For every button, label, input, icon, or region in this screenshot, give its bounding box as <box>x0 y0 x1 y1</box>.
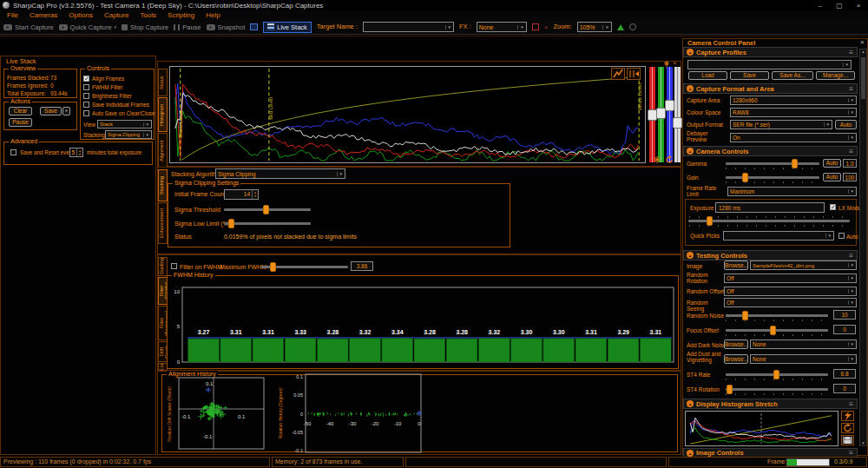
initial-frame-count-spinner[interactable]: 14 ▴▾ <box>224 189 259 200</box>
minimize-button[interactable]: – <box>811 2 830 10</box>
red-level-slider[interactable] <box>649 67 655 162</box>
save-reset-minutes-spinner[interactable]: 5 ▴▾ <box>69 148 83 157</box>
manage-profiles-button[interactable]: Manage... <box>816 71 855 80</box>
stretch-apply-icon[interactable] <box>841 411 854 421</box>
panel-scrollbar[interactable]: ▲ ▼ <box>859 49 867 446</box>
exposure-value[interactable]: 1280 ms <box>715 202 825 213</box>
stretch-reset-icon[interactable] <box>841 423 854 433</box>
tab-status[interactable]: Status <box>158 69 168 96</box>
capture-profiles-combo[interactable]: ▼ <box>687 60 852 69</box>
maximum-fwhm-slider[interactable] <box>261 266 348 268</box>
section-display-stretch[interactable]: ▴ Display Histogram Stretch ≡ <box>683 399 858 409</box>
menu-scripting[interactable]: Scripting <box>168 11 194 19</box>
quick-picks-combo[interactable]: ▼ <box>723 231 834 241</box>
maximize-button[interactable]: ▢ <box>830 2 849 10</box>
sigma-low-limit-slider[interactable] <box>224 222 311 225</box>
brightness-filter-checkbox[interactable] <box>83 93 89 99</box>
sigma-threshold-slider[interactable] <box>224 208 311 211</box>
stacking-algorithm-combo[interactable]: Sigma Clipping▼ <box>215 168 345 179</box>
focus-offset-slider[interactable] <box>726 329 828 332</box>
snapshot-button[interactable]: Snapshot <box>207 23 246 31</box>
menu-icon[interactable]: ≡ <box>849 252 853 260</box>
close-panel-icon[interactable]: × <box>860 38 865 46</box>
stretch-save-icon[interactable] <box>841 435 854 445</box>
tab-enhancement[interactable]: Enhancement <box>158 202 168 244</box>
save-profile-button[interactable]: Save <box>730 71 769 80</box>
debayer-preview-combo[interactable]: On▼ <box>730 133 857 142</box>
histogram-stretch-icon[interactable] <box>611 68 625 80</box>
scroll-up-icon[interactable]: ▲ <box>860 49 866 54</box>
close-button[interactable]: × <box>849 2 868 10</box>
blue-level-handle[interactable] <box>665 100 674 111</box>
zoom-combo[interactable]: 105%▼ <box>577 22 612 32</box>
tab-guiding[interactable]: Guiding <box>158 257 168 276</box>
tab-stacking[interactable]: Stacking <box>158 169 168 201</box>
random-rotation-combo[interactable]: Off▼ <box>724 274 857 283</box>
scroll-down-icon[interactable]: ▼ <box>860 441 866 445</box>
save-dropdown-button[interactable]: ▾ <box>62 107 70 115</box>
menu-cameras[interactable]: Cameras <box>30 11 57 19</box>
random-noise-slider[interactable] <box>726 314 828 317</box>
fwhm-filter-checkbox[interactable] <box>83 84 89 90</box>
target-name-combo[interactable]: ▼ <box>363 22 454 32</box>
view-combo[interactable]: Stack▼ <box>97 120 152 129</box>
start-capture-button[interactable]: Start Capture <box>3 23 54 31</box>
section-capture-profiles[interactable]: ▴ Capture Profiles ≡ <box>683 47 858 57</box>
timer-icon[interactable] <box>629 23 636 30</box>
tab-alignment[interactable]: Alignment <box>158 133 168 169</box>
clear-selection-icon[interactable]: × <box>544 23 549 31</box>
white-level-slider-bar[interactable] <box>674 67 681 162</box>
menu-file[interactable]: File <box>7 11 18 19</box>
save-button[interactable]: Save <box>40 107 62 115</box>
section-camera-controls[interactable]: ▴ Camera Controls ≡ <box>683 146 858 156</box>
frame-rate-limit-combo[interactable]: Maximum▼ <box>727 187 857 196</box>
section-capture-format[interactable]: ▴ Capture Format and Area ≡ <box>683 83 858 94</box>
menu-tools[interactable]: Tools <box>140 11 156 19</box>
tab-histogram[interactable]: Histogram <box>158 97 168 132</box>
quick-capture-button[interactable]: Quick Capture ▾ <box>59 23 116 31</box>
menu-capture[interactable]: Capture <box>104 11 128 19</box>
preview-toggle-button[interactable] <box>250 23 258 30</box>
section-testing-controls[interactable]: ▴ Testing Controls ≡ <box>683 250 858 260</box>
pause-button[interactable]: Pause <box>174 23 201 31</box>
gain-auto-button[interactable]: Auto <box>823 173 841 181</box>
image-browse-button[interactable]: Browse... <box>724 260 748 270</box>
output-format-combo[interactable]: SER file (*.ser)▼ <box>730 120 832 129</box>
selection-area-icon[interactable] <box>532 23 539 30</box>
scrollbar-thumb[interactable] <box>861 57 865 99</box>
menu-icon[interactable]: ≡ <box>849 449 853 457</box>
align-frames-checkbox[interactable]: ✓ <box>83 76 89 82</box>
st4-rate-slider[interactable] <box>726 373 828 376</box>
clear-button[interactable]: Clear <box>9 107 32 115</box>
image-combo[interactable]: SampleFiles\m42_dim.png▼ <box>750 260 857 270</box>
gain-slider[interactable] <box>726 176 819 179</box>
live-stack-button[interactable]: Live Stack <box>263 22 312 33</box>
menu-icon[interactable]: ≡ <box>849 85 853 93</box>
close-histogram-icon[interactable]: × <box>673 59 677 67</box>
menu-icon[interactable]: ≡ <box>849 148 853 155</box>
green-level-slider[interactable] <box>658 67 664 162</box>
menu-icon[interactable]: ≡ <box>849 49 853 56</box>
colour-space-combo[interactable]: RAW8▼ <box>730 108 857 117</box>
stacking-combo[interactable]: Sigma Clipping▼ <box>105 130 152 139</box>
quick-picks-auto-checkbox[interactable] <box>838 233 845 239</box>
gamma-slider[interactable] <box>726 162 819 165</box>
dark-noise-combo[interactable]: None▼ <box>750 339 857 349</box>
stop-capture-button[interactable]: Stop Capture <box>122 23 168 31</box>
gamma-auto-button[interactable]: Auto <box>823 159 841 168</box>
dust-browse-button[interactable]: Browse... <box>724 354 748 364</box>
save-reset-checkbox[interactable] <box>10 149 16 155</box>
auto-save-checkbox[interactable] <box>83 110 89 116</box>
load-profile-button[interactable]: Load <box>688 71 727 80</box>
blue-level-slider[interactable] <box>667 67 673 162</box>
save-as-profile-button[interactable]: Save As... <box>772 71 813 80</box>
fx-combo[interactable]: None▼ <box>477 22 527 32</box>
lx-mode-checkbox[interactable]: ✓ <box>830 204 836 210</box>
st4-rotation-slider[interactable] <box>726 388 828 391</box>
menu-icon[interactable]: ≡ <box>849 400 853 408</box>
white-level-handle[interactable] <box>673 117 682 129</box>
random-offset-combo[interactable]: Off▼ <box>724 287 857 296</box>
menu-options[interactable]: Options <box>69 11 93 19</box>
filter-on-fwhm-checkbox[interactable] <box>171 263 177 269</box>
dark-noise-browse-button[interactable]: Browse... <box>724 339 748 349</box>
